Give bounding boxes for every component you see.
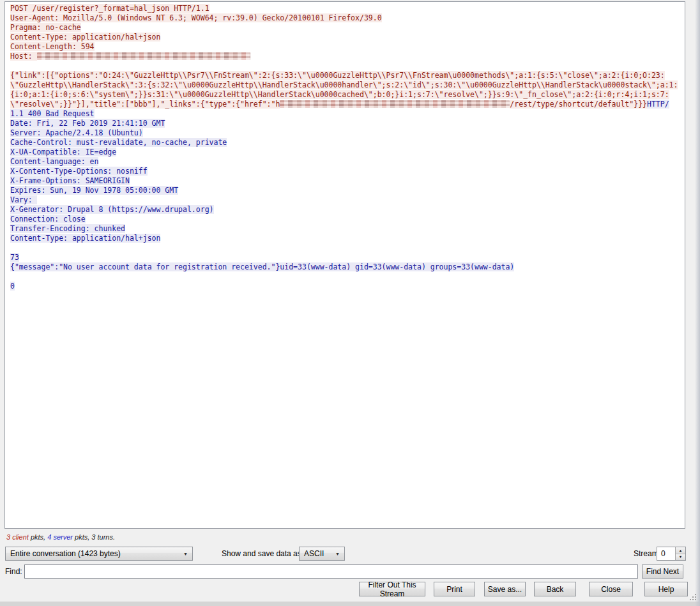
turns-count: 3 turns. (91, 533, 115, 541)
server-data-text: Vary: (10, 195, 37, 204)
redacted-text (37, 52, 250, 60)
find-input[interactable] (24, 564, 638, 579)
stream-line: Connection: close (10, 215, 682, 224)
stream-line: {"message":"No user account data for reg… (10, 262, 682, 272)
server-data-text: X-UA-Compatible: IE=edge (10, 148, 116, 156)
server-data-text: 73 (10, 253, 19, 262)
conversation-select-value: Entire conversation (1423 bytes) (10, 549, 121, 558)
server-data-text: X-Content-Type-Options: nosniff (10, 167, 148, 176)
stream-line (10, 272, 682, 282)
server-data-text: Content-language: en (10, 157, 98, 166)
spinner-down-icon[interactable]: ▼ (676, 554, 685, 561)
conversation-select[interactable]: Entire conversation (1423 bytes) ▼ (5, 547, 193, 561)
stream-line: User-Agent: Mozilla/5.0 (Windows NT 6.3;… (10, 13, 682, 23)
server-data-text: 1.1 400 Bad Request (10, 109, 95, 118)
stream-line: \"resolve\";}}"}],"title":["bbb"],"_link… (10, 100, 682, 109)
redacted-text (280, 100, 510, 108)
client-data-text: /rest/type/shortcut/default"}}} (510, 100, 647, 109)
print-button[interactable]: Print (434, 582, 475, 596)
stream-number-value: 0 (657, 547, 675, 560)
stream-line: {i:0;a:1:{i:0;s:6:\"system\";}}s:31:\"\u… (10, 90, 682, 100)
stream-line: Content-Type: application/hal+json (10, 33, 682, 42)
back-button[interactable]: Back (534, 582, 576, 596)
stream-line: Content-language: en (10, 157, 682, 167)
stream-line: \"GuzzleHttp\\HandlerStack\":3:{s:32:\"\… (10, 80, 682, 90)
stream-number-spinner[interactable]: 0 ▲ ▼ (657, 547, 686, 561)
server-data-text: 0 (10, 282, 15, 291)
stream-line: X-Content-Type-Options: nosniff (10, 167, 682, 176)
server-data-text: Server: Apache/2.4.18 (Ubuntu) (10, 128, 143, 137)
find-label: Find: (5, 564, 22, 579)
client-data-text: Content-Type: application/hal+json (10, 33, 160, 42)
stream-line: X-Generator: Drupal 8 (https://www.drupa… (10, 205, 682, 215)
find-next-button[interactable]: Find Next (642, 564, 683, 579)
close-button[interactable]: Close (589, 582, 633, 596)
client-data-text: Pragma: no-cache (10, 23, 81, 32)
server-data-text: X-Frame-Options: SAMEORIGIN (10, 176, 130, 185)
stream-line: Server: Apache/2.4.18 (Ubuntu) (10, 128, 682, 138)
server-data-text: Content-Type: application/hal+json (10, 234, 160, 243)
client-data-text: User-Agent: Mozilla/5.0 (Windows NT 6.3;… (10, 13, 382, 22)
save-as-button[interactable]: Save as... (484, 582, 526, 596)
stream-line (10, 61, 682, 71)
stream-line: Expires: Sun, 19 Nov 1978 05:00:00 GMT (10, 186, 682, 195)
chevron-down-icon: ▼ (178, 552, 188, 556)
stream-line: {"link":[{"options":"O:24:\"GuzzleHttp\\… (10, 71, 682, 80)
stream-line: Host: (10, 52, 682, 61)
stream-line (10, 243, 682, 253)
stream-line: Cache-Control: must-revalidate, no-cache… (10, 138, 682, 148)
server-data-text: Date: Fri, 22 Feb 2019 21:41:10 GMT (10, 119, 165, 128)
stats-separator: pkts, (29, 533, 47, 541)
server-data-text: Connection: close (10, 215, 86, 223)
client-data-text: Content-Length: 594 (10, 42, 95, 51)
stream-line: Content-Type: application/hal+json (10, 234, 682, 243)
client-data-text: \"GuzzleHttp\\HandlerStack\":3:{s:32:\"\… (10, 80, 678, 89)
stream-content: POST /user/register?_format=hal_json HTT… (5, 2, 685, 291)
spinner-up-icon[interactable]: ▲ (676, 547, 685, 554)
stream-text-area[interactable]: POST /user/register?_format=hal_json HTT… (4, 1, 685, 529)
client-data-text: \"resolve\";}}"}],"title":["bbb"],"_link… (10, 100, 280, 109)
server-data-text: HTTP/ (647, 100, 669, 109)
stream-line: Vary: (10, 195, 682, 205)
server-pkts-count: 4 server (47, 533, 73, 541)
server-data-text: X-Generator: Drupal 8 (https://www.drupa… (10, 205, 214, 214)
resize-grip-icon[interactable] (690, 599, 691, 600)
stream-line: X-UA-Compatible: IE=edge (10, 148, 682, 157)
stream-line: 0 (10, 282, 682, 291)
stream-line: POST /user/register?_format=hal_json HTT… (10, 4, 682, 13)
show-as-label: Show and save data as (222, 547, 301, 561)
stream-stats: 3 client pkts, 4 server pkts, 3 turns. (6, 533, 115, 542)
server-data-text: Transfer-Encoding: chunked (10, 224, 125, 233)
filter-out-stream-button[interactable]: Filter Out This Stream (359, 582, 425, 596)
stream-line: Content-Length: 594 (10, 42, 682, 52)
stream-line: Transfer-Encoding: chunked (10, 224, 682, 234)
window-right-edge (695, 0, 700, 606)
stream-line: X-Frame-Options: SAMEORIGIN (10, 176, 682, 186)
chevron-down-icon: ▼ (330, 552, 340, 556)
show-as-select[interactable]: ASCII ▼ (299, 547, 345, 561)
client-data-text: {"link":[{"options":"O:24:\"GuzzleHttp\\… (10, 71, 665, 80)
client-data-text: {i:0;a:1:{i:0;s:6:\"system\";}}s:31:\"\u… (10, 90, 669, 99)
server-data-text: Cache-Control: must-revalidate, no-cache… (10, 138, 227, 147)
stream-label: Stream (634, 547, 658, 561)
spinner-buttons: ▲ ▼ (675, 547, 685, 560)
stream-line: Pragma: no-cache (10, 23, 682, 33)
client-pkts-count: 3 client (6, 533, 29, 541)
show-as-select-value: ASCII (304, 549, 324, 558)
stream-line: Date: Fri, 22 Feb 2019 21:41:10 GMT (10, 119, 682, 128)
server-data-text: {"message":"No user account data for reg… (10, 262, 514, 271)
help-button[interactable]: Help (644, 582, 688, 596)
client-data-text: Host: (10, 52, 37, 61)
server-data-text: Expires: Sun, 19 Nov 1978 05:00:00 GMT (10, 186, 178, 195)
client-data-text: POST /user/register?_format=hal_json HTT… (10, 4, 209, 13)
stats-separator: pkts, (73, 533, 91, 541)
stream-line: 1.1 400 Bad Request (10, 109, 682, 119)
stream-line: 73 (10, 253, 682, 262)
window-bottom-edge (0, 602, 700, 606)
